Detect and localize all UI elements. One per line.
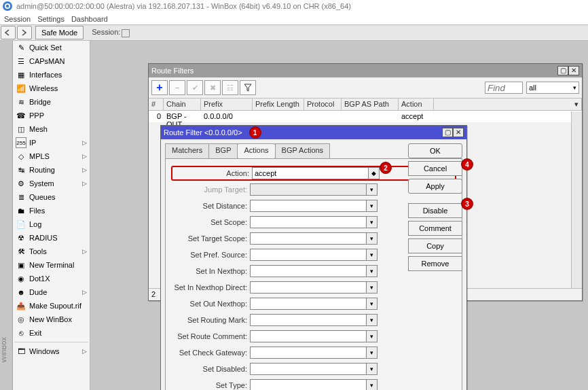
window-maximize-button[interactable]: ▢ [557, 66, 568, 75]
setinnexthop-field[interactable] [250, 265, 367, 277]
window-close-button[interactable]: ✕ [568, 66, 579, 75]
setoutnexthop-field[interactable] [250, 298, 367, 310]
sidebar-item-capsman[interactable]: ☰CAPsMAN [13, 54, 90, 68]
setdistance-field[interactable] [250, 200, 367, 212]
setcheckgateway-field[interactable] [250, 347, 367, 359]
cell-bgp [342, 111, 399, 122]
sidebar-item-quickset[interactable]: ✎Quick Set [13, 41, 90, 54]
col-chain[interactable]: Chain [164, 99, 201, 110]
sidebar-item-wireless[interactable]: 📶Wireless [13, 82, 90, 95]
chevron-down-icon[interactable]: ▾ [367, 281, 378, 294]
col-prefixlen[interactable]: Prefix Length [253, 99, 304, 110]
setcheckgateway-row: Set Check Gateway:▾ [171, 345, 456, 360]
sidebar: ✎Quick Set ☰CAPsMAN ▦Interfaces 📶Wireles… [13, 41, 90, 390]
sidebar-item-routing[interactable]: ↹Routing▷ [13, 163, 90, 177]
chevron-down-icon[interactable]: ▾ [367, 330, 378, 342]
chevron-right-icon: ▷ [82, 166, 87, 173]
chevron-down-icon[interactable]: ▾ [367, 216, 378, 228]
sidebar-item-ppp[interactable]: ☎PPP [13, 109, 90, 122]
chevron-right-icon: ▷ [82, 139, 87, 146]
col-num[interactable]: # [149, 99, 164, 110]
col-prefix[interactable]: Prefix [201, 99, 253, 110]
comment-button[interactable]: ☷ [222, 80, 238, 95]
ok-button[interactable]: OK [408, 143, 462, 158]
setinnexthopdirect-field[interactable] [250, 281, 367, 294]
setscope-field[interactable] [250, 216, 367, 228]
menu-dashboard[interactable]: Dashboard [71, 15, 108, 23]
sidebar-item-log[interactable]: 📄Log [13, 217, 90, 231]
routing-icon: ↹ [16, 164, 26, 175]
settype-field[interactable] [250, 379, 367, 390]
sidebar-item-exit[interactable]: ⎋Exit [13, 326, 90, 340]
col-protocol[interactable]: Protocol [304, 99, 342, 110]
chevron-down-icon[interactable]: ▾ [367, 298, 378, 310]
sidebar-item-newterminal[interactable]: ▣New Terminal [13, 258, 90, 272]
sidebar-item-files[interactable]: 🖿Files [13, 204, 90, 217]
apply-button[interactable]: Apply [408, 179, 462, 194]
find-input[interactable] [485, 82, 523, 94]
remove-button[interactable]: − [169, 80, 185, 95]
chevron-down-icon[interactable]: ▾ [367, 265, 378, 277]
tab-actions[interactable]: Actions [237, 143, 275, 158]
window-maximize-button[interactable]: ▢ [442, 128, 453, 137]
safe-mode-button[interactable]: Safe Mode [35, 26, 84, 39]
queues-icon: ≣ [16, 192, 26, 202]
route-filters-titlebar[interactable]: Route Filters ▢ ✕ [149, 64, 582, 77]
setroutingmark-field[interactable] [250, 314, 367, 326]
vertical-scrollbar[interactable] [571, 111, 582, 288]
comment-button[interactable]: Comment [408, 221, 462, 236]
sidebar-item-ip[interactable]: 255IP▷ [13, 136, 90, 149]
sidebar-item-dude[interactable]: ☻Dude▷ [13, 285, 90, 299]
disable-button[interactable]: ✖ [204, 80, 221, 95]
sidebar-item-queues[interactable]: ≣Queues [13, 190, 90, 204]
chevron-down-icon[interactable]: ▾ [367, 314, 378, 326]
menu-session[interactable]: Session [4, 15, 31, 23]
disable-button[interactable]: Disable [408, 203, 462, 218]
window-close-button[interactable]: ✕ [453, 128, 464, 137]
chevron-down-icon[interactable]: ▾ [367, 249, 378, 261]
cancel-button[interactable]: Cancel [408, 161, 462, 176]
windows-icon: 🗔 [16, 346, 26, 357]
settargetscope-field[interactable] [250, 232, 367, 245]
sidebar-item-interfaces[interactable]: ▦Interfaces [13, 68, 90, 82]
sidebar-item-dot1x[interactable]: ◉Dot1X [13, 272, 90, 285]
setroutecomment-field[interactable] [250, 330, 367, 342]
route-filters-title: Route Filters [151, 67, 194, 75]
chevron-down-icon[interactable]: ▾ [367, 200, 378, 212]
sidebar-item-mpls[interactable]: ◇MPLS▷ [13, 149, 90, 163]
col-spacer: ▾ [434, 99, 582, 110]
sidebar-item-system[interactable]: ⚙System▷ [13, 177, 90, 190]
sidebar-item-radius[interactable]: ☢RADIUS [13, 231, 90, 245]
chevron-updown-icon[interactable]: ◆ [369, 167, 380, 179]
sidebar-item-windows[interactable]: 🗔Windows▷ [13, 344, 90, 358]
chevron-down-icon[interactable]: ▾ [367, 379, 378, 390]
chevron-down-icon[interactable]: ▾ [367, 363, 378, 375]
sidebar-item-bridge[interactable]: ≋Bridge [13, 95, 90, 109]
copy-button[interactable]: Copy [408, 238, 462, 253]
col-action[interactable]: Action [399, 99, 434, 110]
tab-matchers[interactable]: Matchers [165, 143, 209, 158]
sidebar-item-mesh[interactable]: ◫Mesh [13, 122, 90, 136]
setdisabled-field[interactable] [250, 363, 367, 375]
filter-button[interactable] [240, 80, 256, 95]
sidebar-item-newwinbox[interactable]: ◎New WinBox [13, 313, 90, 326]
add-button[interactable]: + [151, 80, 168, 95]
tab-bgpactions[interactable]: BGP Actions [275, 143, 331, 158]
enable-button[interactable]: ✔ [187, 80, 203, 95]
chevron-down-icon[interactable]: ▾ [367, 347, 378, 359]
sidebar-item-tools[interactable]: 🛠Tools▷ [13, 245, 90, 258]
redo-button[interactable] [17, 26, 32, 39]
setprefsource-field[interactable] [250, 249, 367, 261]
tab-bgp[interactable]: BGP [208, 143, 238, 158]
action-select[interactable]: accept [252, 167, 369, 179]
sidebar-item-makesupout[interactable]: 📤Make Supout.rif [13, 299, 90, 313]
chevron-down-icon[interactable]: ▾ [367, 232, 378, 245]
col-bgpaspath[interactable]: BGP AS Path [342, 99, 399, 110]
route-filter-dialog-titlebar[interactable]: Route Filter <0.0.0.0/0> 1 ▢ ✕ [161, 126, 466, 139]
remove-button[interactable]: Remove [408, 256, 462, 271]
scope-select[interactable]: all▾ [526, 82, 579, 94]
table-row[interactable]: 0 BGP - OUT 0.0.0.0/0 accept [149, 111, 582, 123]
undo-button[interactable] [1, 26, 16, 39]
mdi-area: Route Filters ▢ ✕ + − ✔ ✖ ☷ all▾ # Chain… [90, 41, 588, 390]
menu-settings[interactable]: Settings [37, 15, 65, 23]
